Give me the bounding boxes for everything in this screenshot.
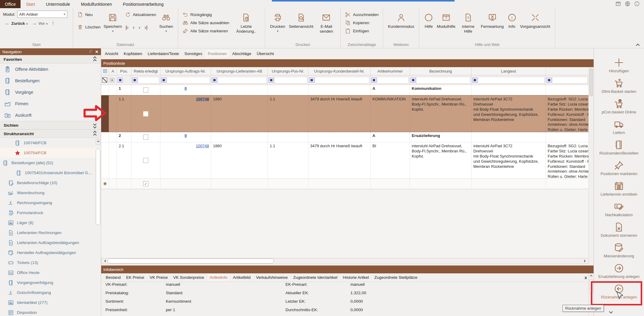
filter-input[interactable]: [478, 77, 545, 83]
info-button[interactable]: Info: [506, 11, 518, 30]
section-sichten[interactable]: Sichten: [0, 121, 101, 129]
info-tab-zugeordnete-identartikel[interactable]: Zugeordnete Identartikel: [291, 274, 340, 281]
aktualisieren-button[interactable]: Aktualisieren: [124, 11, 157, 19]
horizontal-scrollbar[interactable]: [101, 258, 589, 264]
sidebar-item-bestellungen[interactable]: Bestellungen: [0, 75, 101, 86]
filter-cell-selector[interactable]: [101, 75, 109, 85]
action-liefertermin-ermitteln[interactable]: Liefertermin ermitteln: [594, 181, 644, 201]
column-header-selector[interactable]: [101, 67, 109, 75]
row-selector[interactable]: [101, 132, 109, 142]
auftrag-link[interactable]: 0: [185, 86, 187, 91]
action-positionen-markieren[interactable]: Positionen markieren: [594, 160, 644, 181]
next-record-button[interactable]: ›: [139, 25, 140, 30]
letzte-aenderung-button[interactable]: Letzte Änderung..: [230, 11, 262, 35]
cell-auftrag[interactable]: 100748: [160, 142, 211, 179]
sidebar-item-vorgaenge[interactable]: Vorgänge: [0, 86, 101, 98]
action-nachkalkulation[interactable]: Nachkalkulation: [594, 201, 644, 222]
cell-merkmale[interactable]: Bezugstoff: SG2: Lucia Farbe Sitz: Lucia…: [546, 95, 589, 132]
cell-rekla[interactable]: [131, 95, 160, 132]
neu-button[interactable]: Neu: [76, 11, 102, 19]
cell-bezeichnung[interactable]: interstuhl AirPad Drehsessel, Body-Fl.Sy…: [410, 95, 472, 132]
action-pcon-basket-online[interactable]: pCon.basket Online: [594, 99, 644, 119]
filter-button[interactable]: [372, 78, 376, 83]
info-tab-zugeordnete-stellplaetze[interactable]: Zugeordnete Stellplätze: [372, 274, 420, 281]
tab-sonstiges[interactable]: Sonstiges: [182, 50, 204, 57]
column-header-a[interactable]: A: [109, 67, 117, 75]
tree-item-10075401[interactable]: 10075401/Insterstuhl Büromöbel G...: [0, 168, 101, 178]
email-senden-button[interactable]: E-Mail senden: [315, 11, 337, 35]
info-tab-vk-sonderpreise[interactable]: VK Sonderpreise: [171, 274, 206, 281]
filter-input[interactable]: [138, 77, 159, 83]
checkbox-unchecked[interactable]: [143, 87, 148, 93]
cell-bezeichnung[interactable]: Kommunikation: [410, 85, 472, 95]
filter-input[interactable]: [552, 77, 588, 83]
speichern-button[interactable]: Speichern▾: [102, 11, 124, 34]
cell[interactable]: [268, 179, 308, 189]
filter-button[interactable]: [118, 78, 123, 83]
tree-item-100754-fcb[interactable]: 100754/FCB: [0, 148, 101, 158]
filter-button[interactable]: [309, 78, 314, 83]
forward-button[interactable]: → Vor ▾: [32, 20, 47, 26]
column-header-extra[interactable]: [546, 67, 589, 75]
tab-positionsverarbeitung[interactable]: Positionsverarbeitung: [118, 0, 169, 8]
auftrag-link[interactable]: 100748: [196, 97, 209, 101]
tree-item-vorgangsverfolgung[interactable]: Vorgangsverfolgung: [0, 278, 101, 288]
filter-button[interactable]: [472, 78, 477, 83]
cell-artikelnummer[interactable]: A: [371, 85, 410, 95]
action-dokument-stornieren[interactable]: Dokument stornieren: [594, 222, 644, 243]
cell-rekla[interactable]: [131, 142, 160, 179]
filter-input[interactable]: [274, 77, 307, 83]
tree-item-100748-fcb[interactable]: 100748/FCB: [0, 138, 101, 148]
column-header-ursprungs-pos-nr[interactable]: Ursprungs-Pos-Nr.: [268, 67, 308, 75]
tab-untermodule[interactable]: Untermodule: [40, 0, 76, 8]
scroll-up-button[interactable]: [590, 275, 592, 277]
filter-button[interactable]: [132, 78, 137, 83]
filter-cell-auftrag[interactable]: [160, 75, 211, 85]
cell[interactable]: [546, 85, 589, 95]
cell[interactable]: [211, 179, 268, 189]
fernwartung-button[interactable]: Fernwartung: [479, 11, 506, 30]
kundenmodus-button[interactable]: Kundenmodus: [386, 11, 416, 30]
tree-item-tickets[interactable]: Tickets (13): [0, 258, 101, 268]
auftrag-link[interactable]: 0: [185, 133, 187, 138]
scrollbar-thumb[interactable]: [589, 68, 593, 96]
action-ersatzlieferung-anlegen[interactable]: Ersatzlieferung anlegen: [594, 263, 644, 284]
cell-langtext[interactable]: interstuhl AirPad 3C72 Drehsessel mit Bo…: [472, 142, 546, 179]
cell-pos-nr[interactable]: 1.1: [268, 142, 308, 179]
auftrag-link[interactable]: 100748: [196, 144, 209, 148]
scroll-left-button[interactable]: [103, 259, 106, 262]
checkbox-checked[interactable]: ✓: [143, 181, 148, 186]
cell-merkmale[interactable]: Bezugstoff: SG2: Lucia Farbe Sitz: Lucia…: [546, 142, 589, 179]
cell[interactable]: [546, 179, 589, 189]
cell[interactable]: [109, 132, 117, 142]
cell-artikelnummer[interactable]: A: [371, 132, 410, 142]
cell-auftrag[interactable]: 0: [160, 85, 211, 95]
alle-saetze-auswaehlen-button[interactable]: Alle Sätze auswählen: [181, 19, 230, 27]
tab-abschlaege[interactable]: Abschläge: [230, 50, 254, 57]
interne-hilfe-button[interactable]: interne Hilfe: [457, 11, 479, 35]
tab-modulfunktionen[interactable]: Modulfunktionen: [76, 0, 118, 8]
sidebar-item-firmen[interactable]: Firmen: [0, 98, 101, 109]
action-ruecksenden-bestellen[interactable]: Rücksenden/Bestellen: [594, 140, 644, 160]
filter-button[interactable]: [212, 78, 217, 83]
sidebar-item-offene-aktivitaeten[interactable]: Offene Aktivitäten: [0, 64, 101, 75]
column-header-langtext[interactable]: Langtext: [472, 67, 546, 75]
cell-rekla[interactable]: [131, 132, 160, 142]
cell[interactable]: [109, 95, 117, 132]
up-button[interactable]: ↑: [52, 20, 54, 26]
column-header-bezeichnung[interactable]: Bezeichnung: [410, 67, 472, 75]
tree-item-disposition[interactable]: Disposition: [0, 308, 101, 316]
cell[interactable]: [472, 85, 546, 95]
alle-saetze-markieren-button[interactable]: Alle Sätze markieren: [181, 27, 230, 35]
row-selector[interactable]: [101, 142, 109, 179]
scrollbar-thumb[interactable]: [108, 259, 274, 263]
filter-mini-button[interactable]: [110, 78, 114, 82]
cell[interactable]: [472, 179, 546, 189]
scrollbar-thumb[interactable]: [589, 279, 593, 293]
drucken-button[interactable]: Drucken▾: [268, 11, 287, 34]
filter-cell-lieferanten-ab[interactable]: [211, 75, 268, 85]
suchen-button[interactable]: Suchen▾: [157, 11, 175, 34]
filter-button[interactable]: [269, 78, 274, 83]
filter-input[interactable]: [315, 77, 369, 83]
cell-pos[interactable]: 2: [117, 132, 131, 142]
